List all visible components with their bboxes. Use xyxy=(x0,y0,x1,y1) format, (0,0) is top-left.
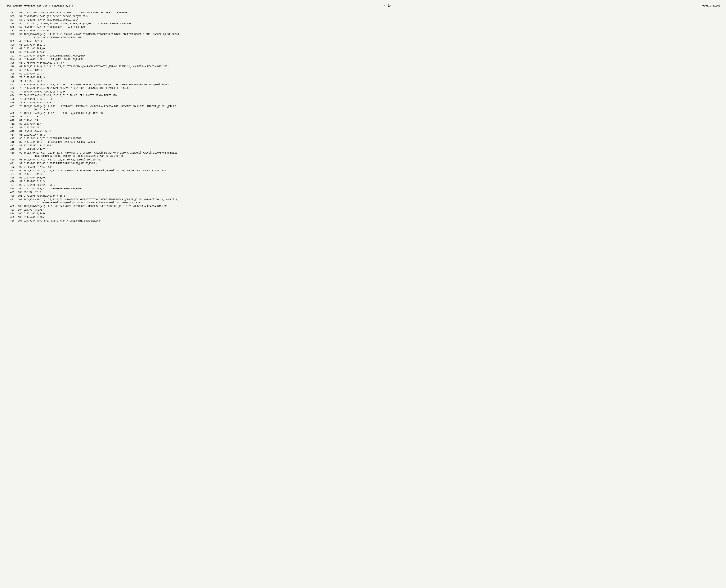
row-text: С147=8' 3,2Х5• xyxy=(23,208,720,212)
row-text: ТССЦНП,9=93(=1)' 0,378' ' ТО ЖЕ, ДЛИНОЙ … xyxy=(23,112,720,115)
row-index2: 75 xyxy=(15,94,23,98)
row-index2: 69 xyxy=(15,72,23,76)
table-row: 42596С147=16' 194,6• xyxy=(6,176,720,180)
row-text: С147=24' 117,7' ' СОЕДИНИТЕЛЬНЫЕ ИЗДЕЛИЯ… xyxy=(23,137,720,141)
row-text: С147=24' 104,1• xyxy=(23,76,720,80)
table-row: 432103ТССЦНП8=509(=1)' 0,3' 65,6=0,82Х2'… xyxy=(6,205,720,208)
row-index1: 432 xyxy=(6,205,15,208)
row-index2: 79 xyxy=(15,112,23,115)
row-index1: 416 xyxy=(6,141,15,144)
row-index1: 436 xyxy=(6,219,15,223)
row-index2: 100 xyxy=(15,191,23,194)
row-index1: 424 xyxy=(6,172,15,176)
row-text: С147=8' 24• xyxy=(23,119,720,122)
table-row: 39263С147=26' 177,6• xyxy=(6,50,720,54)
row-index2: 77 xyxy=(15,101,23,105)
row-index2: 88 xyxy=(15,144,23,148)
row-index2: 55 xyxy=(15,18,23,22)
row-index2: 93 xyxy=(15,165,23,169)
row-index1: 385 xyxy=(6,22,15,26)
row-index1: 389 xyxy=(6,40,15,43)
table-row: 38354Е7=290#Т7-17=6' (25,2Х2+25,2Х2+35,2… xyxy=(6,15,720,18)
table-row: 40475Е8=31#Т,8=5=1(А2=31,13)' 3,7' ' ТО … xyxy=(6,94,720,98)
row-text: С147=24' 6• xyxy=(23,126,720,130)
table-row: 433104С147=8' 3,2Х5• xyxy=(6,208,720,212)
row-index2: 66 xyxy=(15,61,23,65)
row-text: Е8=31#Т,8=5=1(А2=31,13)' 3,7' ' ТО ЖЕ, П… xyxy=(23,94,720,98)
row-index2: 71 xyxy=(15,80,23,83)
row-text: Е8=194#Т,8=22=6' 7,5• xyxy=(23,98,720,101)
row-index2: 82 xyxy=(15,122,23,126)
row-text: Е11=55#Т,11=8=1(А2=59,17)' 58' ' ГОРИЗОН… xyxy=(23,83,720,87)
table-row: 42899С147=24' 442,8' ' СОЕДИНИТЕЛЬНЫЕ ИЗ… xyxy=(6,187,720,191)
table-row: 41283С147=24' 6• xyxy=(6,126,720,130)
row-index1: 400 xyxy=(6,80,15,83)
row-text: С147=26' 177,6• xyxy=(23,50,720,54)
row-index1: 422 xyxy=(6,165,15,169)
row-index2: 97 xyxy=(15,180,23,184)
row-index1: 388 xyxy=(6,33,15,40)
table-row: 41889Е7=249#Т7=14=2' 6• xyxy=(6,148,720,151)
row-text: Е7=143#Т7=10=3' 8• xyxy=(23,29,720,33)
row-index2: 94 xyxy=(15,169,23,173)
row-index1: 413 xyxy=(6,130,15,133)
row-text: С147=24' 155,4' ' ДОПОЛНИТЕЛЬНЫЕ ЗАКЛАДН… xyxy=(23,162,720,165)
row-text: Е7=714#Т7=51=14' 465,3• xyxy=(23,184,720,187)
row-text: ТССЦНП8=343(=1)' 657,9' 12,2' ТО ЖЕ, ДЛИ… xyxy=(23,158,720,162)
row-text: ТССЦНП8=323(=1)' 12,2' 11,8' СТОИМОСТЬ С… xyxy=(23,151,720,158)
row-index1: 419 xyxy=(6,151,15,158)
row-index2: 56 xyxy=(15,22,23,26)
row-index2: 74 xyxy=(15,90,23,94)
row-index2: 89 xyxy=(15,148,23,151)
row-text: С147=24' 40Х0,6+33,9Х6+0,7Х6' ' СОЕДИНИТ… xyxy=(23,219,720,223)
row-index1: 396 xyxy=(6,65,15,68)
row-index1: 407 xyxy=(6,105,15,112)
table-row: 38940С147=8' 531,2• xyxy=(6,40,720,43)
table-row: 40879ТССЦНП,9=93(=1)' 0,378' ' ТО ЖЕ, ДЛ… xyxy=(6,112,720,115)
table-row: 42394ТССЦНП8=360(=1)' 10,5' 58,9' СТОИМО… xyxy=(6,169,720,173)
table-row: 41788Е7=247#Т7=14=1' 85• xyxy=(6,144,720,148)
table-row: 40374Е8=30#Т,8=5=1(А2=31,18)' 9,8• xyxy=(6,90,720,94)
row-index1: 401 xyxy=(6,83,15,87)
row-index1: 402 xyxy=(6,87,15,90)
row-index1: 406 xyxy=(6,101,15,105)
row-index1: 394 xyxy=(6,58,15,61)
row-index2: 104 xyxy=(15,208,23,212)
row-text: ТССЦНП8=360(=1)' 10,5' 58,9' СТОИМОСТЬ К… xyxy=(23,169,720,173)
table-row: 429100Р5' М2' 78,8• xyxy=(6,191,720,194)
row-text: С147=24' 319,2• xyxy=(23,180,720,184)
row-index2: 99 xyxy=(15,187,23,191)
row-index1: 415 xyxy=(6,137,15,141)
row-index2: 78 xyxy=(15,105,23,112)
row-index1: 435 xyxy=(6,216,15,219)
row-index1: 384 xyxy=(6,18,15,22)
table-row: 39970С147=24' 104,1• xyxy=(6,76,720,80)
table-row: 38657Е6=80#Т6-9=6' 1,31Х20Х0,001' ' АНКЕ… xyxy=(6,26,720,29)
row-index2: 85 xyxy=(15,133,23,137)
table-row: 40677Е7=127#Т,7=9=1' 11• xyxy=(6,101,720,105)
row-index1: 399 xyxy=(6,76,15,80)
table-row: 42495С147=8' 441,0• xyxy=(6,172,720,176)
row-index2: 96 xyxy=(15,176,23,180)
row-index1: 418 xyxy=(6,148,15,151)
row-index1: 423 xyxy=(6,169,15,173)
table-row: 38455Е7=288#Т7-17=4' (12,2Х2+10,0Х3)Х0,0… xyxy=(6,18,720,22)
table-row: 40273Е11=56#Т,11=8=2(А2=13,21)(А1,2)(Р1,… xyxy=(6,87,720,90)
row-index1: 397 xyxy=(6,68,15,72)
row-text: С147=24' (7,9Х3+2,2Х16+22,0Х2+6,1Х2+6,3Х… xyxy=(23,22,720,26)
row-index1: 431 xyxy=(6,198,15,205)
row-text: Е7=127#Т,7=9=1' 11• xyxy=(23,101,720,105)
row-text: С121=2126' 55,8• xyxy=(23,133,720,137)
row-index2: 91 xyxy=(15,158,23,162)
table-row: 42091ТССЦНП8=343(=1)' 657,9' 12,2' ТО ЖЕ… xyxy=(6,158,720,162)
header-page-number: -41- xyxy=(383,4,392,8)
row-text: С147=24' 0,3Х5• xyxy=(23,216,720,219)
header-doc-number: 9701/9 11068 xyxy=(702,4,720,7)
row-text: Е7=666#Т7=47=10' 14• xyxy=(23,165,720,169)
table-row: 41990ТССЦНП8=323(=1)' 12,2' 11,8' СТОИМО… xyxy=(6,151,720,158)
row-index1: 393 xyxy=(6,54,15,58)
row-index1: 404 xyxy=(6,94,15,98)
row-text: С147=8' 841,4• xyxy=(23,68,720,72)
row-index2: 62 xyxy=(15,47,23,50)
row-index2: 87 xyxy=(15,141,23,144)
